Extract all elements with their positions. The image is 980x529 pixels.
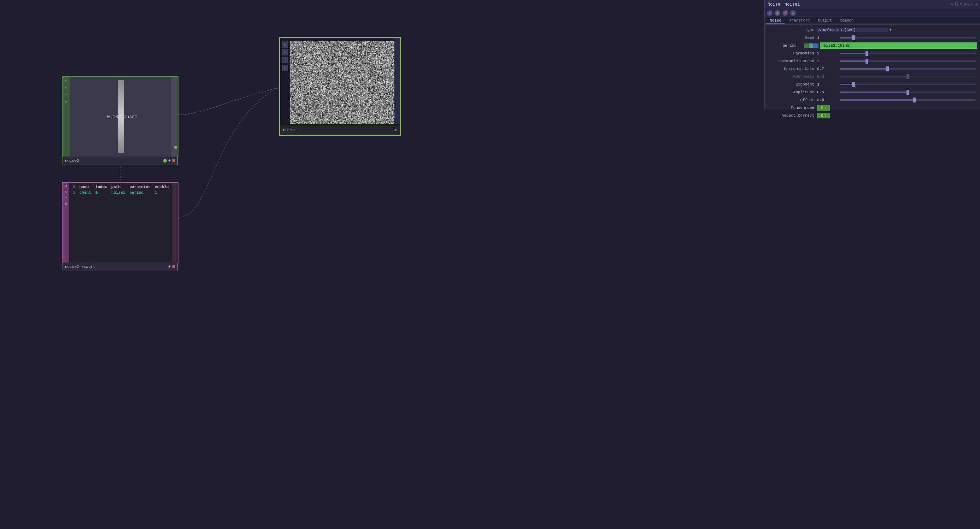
param-label-period: period [768,43,799,48]
monochrome-toggle[interactable]: On [817,105,830,111]
param-row-amplitude: Amplitude 0.5 [765,88,980,96]
noise1-tool-circle[interactable]: ⊙ [282,41,288,48]
export-tool-gear[interactable]: ⚙ [64,201,67,207]
noise2-toolbar-left: ⊙ ✎ → ⚙ [62,77,70,157]
harmonic-gain-slider-thumb[interactable] [886,67,889,71]
roughness-slider-track [840,76,976,77]
exponent-slider-track[interactable] [840,84,976,85]
harmonics-slider-thumb[interactable] [865,51,868,56]
noise2-content: -0.1016chan1 [70,77,172,157]
amplitude-slider-track[interactable] [840,92,976,93]
noise1-tool-arrow[interactable]: → [282,57,288,63]
panel-type-label: Noise [768,2,780,7]
seed-slider-track[interactable] [840,37,976,38]
export-table-header-row: 0 name index path parameter enable [71,184,171,190]
tab-common[interactable]: Common [836,17,858,24]
period-green-input[interactable]: noise2:chan1 [820,43,977,49]
export-table-data-row: 1 chan1 0 noise1 period 1 [71,190,171,195]
help-pin-btn[interactable]: 📌 [783,10,788,16]
noise1-footer-icons: □ ▶ [391,127,397,132]
noise2-tool-gear[interactable]: ⚙ [63,98,70,105]
noise1-footer-triangle-icon[interactable]: ▶ [395,127,397,132]
param-label-roughness: Roughness [768,75,817,79]
export-tool-pencil[interactable]: ✎ [64,189,67,195]
offset-slider-fill [840,99,915,101]
noise1-tool-star[interactable]: ★ [282,65,288,71]
param-label-seed: Seed [768,36,817,40]
noise2-minus-btn[interactable]: ■ [172,157,175,164]
export-tool-circle[interactable]: ⊙ [64,183,67,189]
noise2-plus-btn[interactable]: + [168,158,171,164]
amplitude-slider-thumb[interactable] [907,90,909,95]
harmonic-gain-slider-track[interactable] [840,68,976,70]
param-value-exponent: 1 [817,83,838,87]
noise1-footer-label: noise1 [283,128,297,132]
roughness-slider-thumb [907,74,909,79]
param-label-exponent: Exponent [768,83,817,87]
harmonics-slider-track[interactable] [840,52,976,54]
noise1-footer-square-icon[interactable]: □ [391,127,393,132]
period-icon-blue [814,43,818,48]
period-icon-green [804,43,808,48]
param-row-harmonics: Harmonics 2 [765,49,980,57]
param-row-monochrome: Monochrome On [765,104,980,112]
panel-question-icon[interactable]: ? [960,3,963,7]
param-row-roughness: Roughness 0.5 [765,73,980,81]
noise1-tool-pencil[interactable]: ✎ [282,49,288,56]
seed-slider-fill [840,37,853,38]
export-table: 0 name index path parameter enable 1 cha… [71,184,171,195]
noise1-toolbar: ⊙ ✎ → ★ [281,41,289,71]
param-label-type: Type [768,28,817,32]
panel-gear-icon[interactable]: ⚙ [964,2,966,7]
noise2-corner-dot [174,146,177,149]
noise1-side-strip [395,38,400,124]
wire-export-to-noise1 [178,87,279,217]
panel-close-icon[interactable]: ✕ [975,2,977,7]
param-value-seed: 1 [817,36,838,40]
param-label-harmonic-spread: Harmonic Spread [768,59,817,63]
help-question-btn[interactable]: ? [767,10,773,16]
harmonic-gain-slider-fill [840,68,888,70]
panel-pencil-icon[interactable]: ✎ [951,2,953,7]
param-label-amplitude: Amplitude [768,90,817,94]
type-dropdown-arrow[interactable]: ▼ [889,27,892,32]
param-label-offset: Offset [768,98,817,102]
offset-slider-track[interactable] [840,99,976,101]
param-row-aspect-correct: Aspect Correct On [765,112,980,119]
panel-info-icon[interactable]: ℹ [967,2,969,7]
param-label-aspect-correct: Aspect Correct [768,113,817,118]
period-icon-dark [799,43,803,48]
panel-node-name: noise1 [784,2,800,7]
node-noise2-export: ⊙ ✎ → ⚙ 0 name index path parameter enab… [62,182,178,263]
export-tool-arrow[interactable]: → [64,195,67,200]
noise-preview-area [290,41,395,124]
harmonic-spread-slider-track[interactable] [840,60,976,62]
tab-transform[interactable]: Transform [786,17,813,24]
noise2-tool-arrow[interactable]: → [63,92,70,98]
noise2-status-dot [163,159,167,162]
noise2-gradient-bar [118,80,124,153]
panel-plus-icon[interactable]: + [970,2,973,8]
tab-noise[interactable]: Noise [766,17,785,24]
noise2-tool-pencil[interactable]: ✎ [63,84,70,91]
noise2-tool-circle[interactable]: ⊙ [63,77,70,84]
param-value-offset: 0.5 [817,98,838,102]
aspect-correct-toggle[interactable]: On [817,113,830,118]
harmonic-spread-slider-thumb[interactable] [865,59,868,64]
tab-output[interactable]: Output [814,17,835,24]
seed-slider-thumb[interactable] [852,35,855,40]
export-content: 0 name index path parameter enable 1 cha… [69,183,172,262]
help-info-btn[interactable]: i [790,10,796,16]
export-plus-btn[interactable]: + [168,264,171,270]
roughness-slider-fill [840,76,908,77]
export-minus-btn[interactable]: ■ [172,264,175,270]
panel-params: Type Simplex 3D (GPU) ▼ Seed 1 period [765,25,980,121]
param-label-harmonics: Harmonics [768,51,817,56]
harmonics-slider-fill [840,52,867,54]
help-lock-btn[interactable]: 🔒 [775,10,780,16]
exponent-slider-thumb[interactable] [852,82,855,87]
export-footer: noise2_export + ■ [62,262,178,271]
panel-link-icon[interactable]: ⛓ [955,2,958,7]
offset-slider-thumb[interactable] [913,97,916,102]
panel-header: Noise noise1 ✎ ⛓ ? ⚙ ℹ + ✕ [765,0,980,9]
